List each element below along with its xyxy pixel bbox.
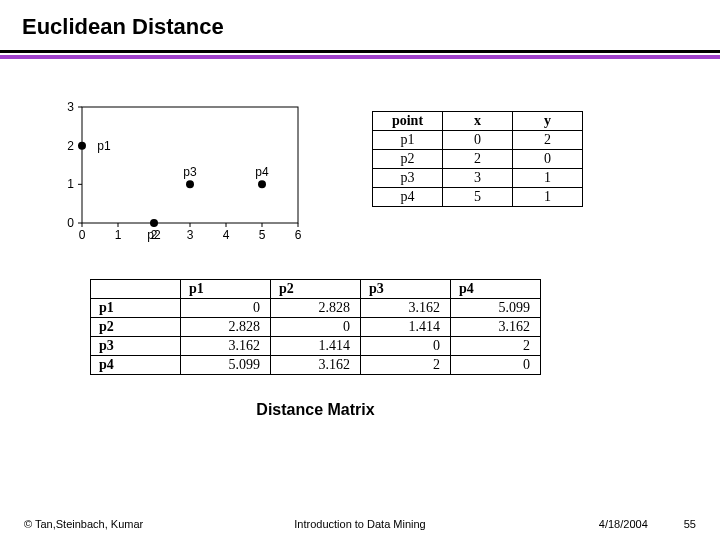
svg-text:p1: p1 [97,139,111,153]
slide-footer: Introduction to Data Mining © Tan,Steinb… [0,518,720,530]
dist-corner [91,280,181,299]
coord-cell: p3 [373,169,443,188]
table-row: p102 [373,131,583,150]
dist-cell: 0 [361,337,451,356]
svg-point-25 [150,219,158,227]
dist-cell: 5.099 [451,299,541,318]
dist-cell: 0 [271,318,361,337]
dist-cell: 0 [181,299,271,318]
dist-cell: 2.828 [181,318,271,337]
dist-cell: 3.162 [181,337,271,356]
coord-cell: 0 [513,150,583,169]
coord-cell: 1 [513,169,583,188]
coordinates-table: pointxy p102p220p331p451 [372,111,583,207]
svg-text:1: 1 [67,177,74,191]
scatter-plot: 01234560123p1p2p3p4 [48,97,308,247]
coord-cell: 1 [513,188,583,207]
dist-row-header: p2 [91,318,181,337]
table-row: p102.8283.1625.099 [91,299,541,318]
dist-cell: 0 [451,356,541,375]
coord-cell: 2 [513,131,583,150]
coord-header: x [443,112,513,131]
svg-text:1: 1 [115,228,122,242]
dist-col-header: p3 [361,280,451,299]
svg-text:3: 3 [67,100,74,114]
coord-header: y [513,112,583,131]
dist-col-header: p4 [451,280,541,299]
table-row: p451 [373,188,583,207]
dist-col-header: p1 [181,280,271,299]
dist-cell: 5.099 [181,356,271,375]
coord-cell: 5 [443,188,513,207]
dist-col-header: p2 [271,280,361,299]
svg-point-29 [258,180,266,188]
coord-cell: p2 [373,150,443,169]
page-title: Euclidean Distance [0,0,720,40]
svg-point-23 [78,142,86,150]
svg-text:2: 2 [67,139,74,153]
svg-text:p3: p3 [183,165,197,179]
svg-text:0: 0 [79,228,86,242]
coord-header: point [373,112,443,131]
dist-row-header: p3 [91,337,181,356]
dist-cell: 3.162 [271,356,361,375]
dist-cell: 2 [451,337,541,356]
svg-text:0: 0 [67,216,74,230]
coord-cell: p1 [373,131,443,150]
table-row: p45.0993.16220 [91,356,541,375]
footer-center: Introduction to Data Mining [0,518,720,530]
dist-row-header: p1 [91,299,181,318]
distance-matrix-table: p1p2p3p4 p102.8283.1625.099p22.82801.414… [90,279,541,375]
dist-cell: 1.414 [271,337,361,356]
table-row: p33.1621.41402 [91,337,541,356]
svg-text:p2: p2 [147,228,161,242]
coord-cell: p4 [373,188,443,207]
svg-text:5: 5 [259,228,266,242]
dist-row-header: p4 [91,356,181,375]
title-divider [0,50,720,59]
svg-point-27 [186,180,194,188]
coord-cell: 0 [443,131,513,150]
svg-text:4: 4 [223,228,230,242]
coord-cell: 3 [443,169,513,188]
svg-text:3: 3 [187,228,194,242]
distance-matrix-block: p1p2p3p4 p102.8283.1625.099p22.82801.414… [90,279,541,419]
svg-text:6: 6 [295,228,302,242]
dist-cell: 3.162 [361,299,451,318]
svg-text:p4: p4 [255,165,269,179]
distance-matrix-caption: Distance Matrix [90,401,541,419]
dist-cell: 2 [361,356,451,375]
dist-cell: 1.414 [361,318,451,337]
table-row: p331 [373,169,583,188]
table-row: p220 [373,150,583,169]
table-row: p22.82801.4143.162 [91,318,541,337]
dist-cell: 2.828 [271,299,361,318]
coord-cell: 2 [443,150,513,169]
dist-cell: 3.162 [451,318,541,337]
